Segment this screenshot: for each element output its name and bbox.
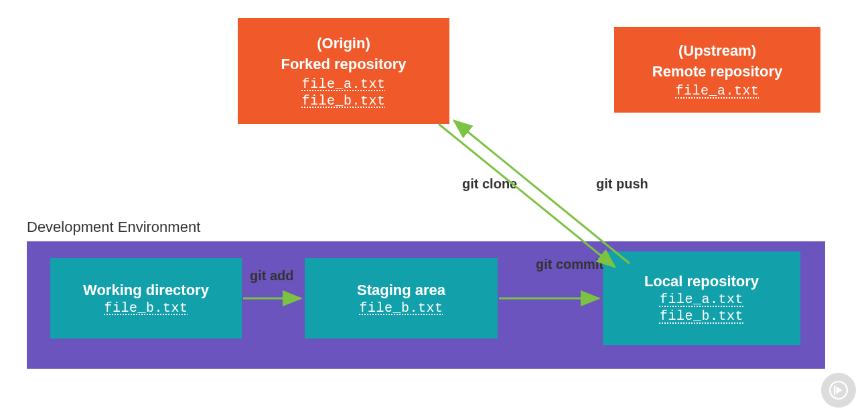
local-file-0: file_a.txt bbox=[660, 292, 743, 307]
git-clone-label: git clone bbox=[462, 176, 517, 192]
git-push-label: git push bbox=[596, 176, 648, 192]
local-file-1: file_b.txt bbox=[660, 308, 743, 324]
origin-tag: (Origin) bbox=[317, 34, 370, 54]
working-title: Working directory bbox=[83, 282, 209, 299]
dev-env-label: Development Environment bbox=[27, 219, 200, 236]
local-repo-box: Local repository file_a.txt file_b.txt bbox=[603, 251, 800, 345]
local-title: Local repository bbox=[644, 273, 759, 290]
staging-file-0: file_b.txt bbox=[359, 300, 443, 316]
git-add-label: git add bbox=[250, 268, 294, 284]
pluralsight-logo-icon bbox=[821, 373, 856, 408]
origin-title: Forked repository bbox=[281, 54, 406, 75]
origin-file-1: file_b.txt bbox=[301, 93, 385, 109]
upstream-tag: (Upstream) bbox=[678, 41, 756, 62]
upstream-file-0: file_a.txt bbox=[675, 83, 759, 99]
origin-file-0: file_a.txt bbox=[301, 76, 385, 92]
working-directory-box: Working directory file_b.txt bbox=[50, 258, 242, 339]
origin-box: (Origin) Forked repository file_a.txt fi… bbox=[238, 18, 449, 124]
git-commit-label: git commit bbox=[536, 256, 589, 272]
staging-area-box: Staging area file_b.txt bbox=[305, 258, 498, 339]
staging-title: Staging area bbox=[357, 282, 445, 299]
svg-marker-2 bbox=[837, 386, 843, 394]
working-file-0: file_b.txt bbox=[104, 300, 188, 316]
upstream-title: Remote repository bbox=[652, 62, 782, 82]
upstream-box: (Upstream) Remote repository file_a.txt bbox=[614, 27, 820, 113]
